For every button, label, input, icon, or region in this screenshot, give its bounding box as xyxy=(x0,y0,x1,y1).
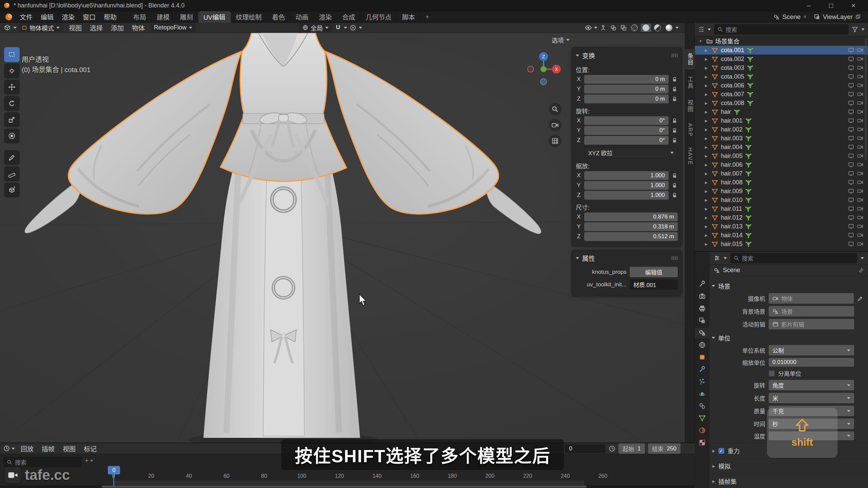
disable-viewport-icon[interactable] xyxy=(848,91,854,97)
disable-render-icon[interactable] xyxy=(857,241,863,247)
current-frame-field[interactable]: 0 xyxy=(565,444,606,453)
tool-transform[interactable] xyxy=(4,128,20,143)
properties-tab-render[interactable] xyxy=(695,291,710,301)
timeline-menu-3[interactable]: 标记 xyxy=(80,443,101,454)
scene-field-1[interactable]: 场景 xyxy=(769,306,854,317)
expand-icon[interactable]: ▶ xyxy=(705,181,710,184)
expand-icon[interactable]: ▶ xyxy=(705,75,710,79)
lock-icon[interactable] xyxy=(671,86,678,92)
outliner-item-hair.015[interactable]: ▶hair.015 xyxy=(695,240,868,248)
disable-render-icon[interactable] xyxy=(857,91,863,97)
npanel-tab-2[interactable]: 视图 xyxy=(685,96,695,116)
np-field-1-z[interactable]: 0° xyxy=(584,136,669,145)
ortho-grid-icon[interactable] xyxy=(549,135,561,147)
properties-tab-particles[interactable] xyxy=(695,377,710,387)
panel-grip-icon[interactable] xyxy=(672,54,678,57)
properties-tab-object-data[interactable] xyxy=(695,413,710,423)
shading-rendered-icon[interactable] xyxy=(664,24,674,32)
lock-icon[interactable] xyxy=(671,173,678,179)
tool-rotate[interactable] xyxy=(4,96,20,111)
rotation-mode-dropdown[interactable]: XYZ 欧拉 xyxy=(584,147,678,158)
outliner-item-hair.014[interactable]: ▶hair.014 xyxy=(695,231,868,240)
gravity-checkbox[interactable]: ✓ xyxy=(718,448,724,454)
scene-panel-header[interactable]: 场景 xyxy=(712,282,863,290)
timeline-menu-0[interactable]: 回放 xyxy=(17,443,38,454)
disable-render-icon[interactable] xyxy=(857,162,863,168)
timeline-editor-icon[interactable] xyxy=(3,445,10,452)
tool-cursor[interactable] xyxy=(4,63,20,78)
disable-viewport-icon[interactable] xyxy=(848,232,854,238)
overlays-toggle-icon[interactable] xyxy=(609,24,618,32)
disable-viewport-icon[interactable] xyxy=(848,126,854,133)
gizmo-x-label[interactable]: X xyxy=(555,66,558,72)
workspace-tab-4[interactable]: 纹理绘制 xyxy=(231,11,267,23)
blender-menu-icon[interactable] xyxy=(3,13,15,21)
properties-tab-constraints[interactable] xyxy=(695,401,710,411)
expand-icon[interactable]: ▶ xyxy=(705,137,710,140)
tool-scale[interactable] xyxy=(4,112,20,127)
disable-render-icon[interactable] xyxy=(857,179,863,185)
workspace-tab-7[interactable]: 渲染 xyxy=(314,11,337,23)
disable-render-icon[interactable] xyxy=(857,135,863,141)
units-panel-header[interactable]: 单位 xyxy=(712,333,863,342)
expand-icon[interactable]: ▶ xyxy=(705,207,710,211)
disable-viewport-icon[interactable] xyxy=(848,65,854,71)
workspace-tab-1[interactable]: 建模 xyxy=(152,11,175,23)
expand-icon[interactable]: ▶ xyxy=(705,101,710,105)
disable-viewport-icon[interactable] xyxy=(848,197,854,203)
transform-panel-header[interactable]: 变换 xyxy=(576,50,678,62)
expand-icon[interactable]: ▶ xyxy=(705,172,710,176)
outliner-item-hair.006[interactable]: ▶hair.006 xyxy=(695,160,868,169)
disable-viewport-icon[interactable] xyxy=(848,144,854,150)
disable-viewport-icon[interactable] xyxy=(848,206,854,212)
lock-icon[interactable] xyxy=(671,192,678,198)
properties-tab-material[interactable] xyxy=(695,425,710,435)
orientation-dropdown[interactable]: 全局 xyxy=(299,23,332,33)
npanel-tab-0[interactable]: 条目 xyxy=(685,49,695,69)
outliner-item-hair.012[interactable]: ▶hair.012 xyxy=(695,213,868,222)
disable-render-icon[interactable] xyxy=(857,206,863,212)
gizmos-toggle-icon[interactable] xyxy=(599,24,608,32)
workspace-tab-3[interactable]: UV编辑 xyxy=(198,11,231,23)
expand-icon[interactable]: ▼ xyxy=(699,39,704,43)
disable-viewport-icon[interactable] xyxy=(848,74,854,80)
expand-icon[interactable]: ▶ xyxy=(705,145,710,149)
np-field-0-x[interactable]: 0 m xyxy=(584,75,669,84)
disable-render-icon[interactable] xyxy=(857,170,863,177)
outliner-item-cota.008[interactable]: ▶cota.008 xyxy=(695,99,868,107)
expand-icon[interactable]: ▶ xyxy=(705,198,710,202)
custom-prop-1[interactable]: 材质.001 xyxy=(630,279,678,290)
np-field-1-x[interactable]: 0° xyxy=(584,116,669,125)
viewport-menu-1[interactable]: 选择 xyxy=(86,22,107,34)
shading-wireframe-icon[interactable] xyxy=(629,24,639,32)
outliner-search-input[interactable]: 搜索 xyxy=(714,24,849,35)
units-field-0[interactable]: 公制 xyxy=(769,345,854,355)
outliner-item-hair.001[interactable]: ▶hair.001 xyxy=(695,116,868,125)
disable-render-icon[interactable] xyxy=(857,223,863,229)
proportional-edit-icon[interactable] xyxy=(349,24,357,32)
disable-viewport-icon[interactable] xyxy=(848,223,854,229)
disable-viewport-icon[interactable] xyxy=(848,215,854,221)
add-workspace-button[interactable]: + xyxy=(420,11,434,23)
outliner-item-hair.005[interactable]: ▶hair.005 xyxy=(695,151,868,160)
expand-icon[interactable]: ▶ xyxy=(705,93,710,96)
frame-start-field[interactable]: 起始 1 xyxy=(618,443,645,454)
topbar-menu-4[interactable]: 帮助 xyxy=(100,11,121,23)
disable-render-icon[interactable] xyxy=(857,144,863,150)
editor-type-icon[interactable] xyxy=(3,24,12,32)
outliner-root-collection[interactable]: ▼ 场景集合 xyxy=(695,36,868,46)
outliner-item-cota.007[interactable]: ▶cota.007 xyxy=(695,90,868,99)
outliner-item-cota.002[interactable]: ▶cota.002 xyxy=(695,55,868,63)
viewlayer-copy-icon[interactable] xyxy=(855,14,861,19)
minimize-button[interactable]: – xyxy=(797,0,820,11)
properties-tab-output[interactable] xyxy=(695,303,710,313)
lock-icon[interactable] xyxy=(671,77,678,82)
outliner-item-hair.002[interactable]: ▶hair.002 xyxy=(695,125,868,134)
panel-grip-icon[interactable] xyxy=(672,256,678,260)
workspace-tab-8[interactable]: 合成 xyxy=(337,11,361,23)
units-field-1[interactable]: 0.010000 xyxy=(769,358,854,367)
mode-dropdown[interactable]: 物体模式 xyxy=(18,23,63,33)
scene-field-0[interactable]: 物体 xyxy=(769,293,854,304)
outliner-item-hair.004[interactable]: ▶hair.004 xyxy=(695,143,868,151)
outliner-item-hair.010[interactable]: ▶hair.010 xyxy=(695,196,868,204)
